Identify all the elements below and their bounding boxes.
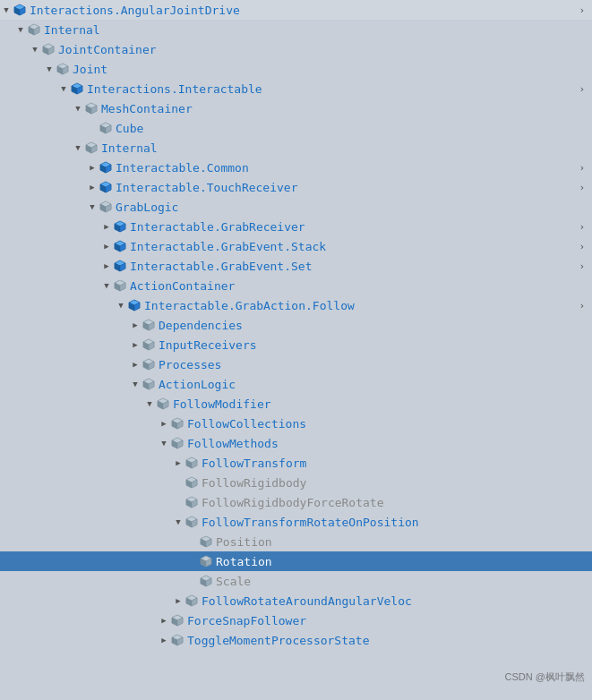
- item-label: Interactions.Interactable: [87, 82, 262, 96]
- tree-item[interactable]: Interactable.GrabReceiver›: [0, 217, 592, 236]
- tree-arrow[interactable]: [57, 82, 70, 95]
- gray-box-icon: [184, 515, 199, 529]
- tree-item[interactable]: Processes: [0, 354, 592, 374]
- tree-arrow[interactable]: [129, 338, 142, 351]
- tree-arrow[interactable]: [0, 4, 13, 16]
- chevron-right-icon: ›: [575, 260, 585, 272]
- tree-arrow[interactable]: [158, 614, 170, 627]
- item-label: FollowRotateAroundAngularVeloc: [202, 594, 412, 608]
- tree-arrow[interactable]: [158, 634, 170, 646]
- tree-item[interactable]: FollowRotateAroundAngularVeloc: [0, 591, 592, 610]
- gray-box-icon: [27, 22, 41, 37]
- item-label: Cube: [116, 122, 143, 135]
- tree-arrow[interactable]: [100, 240, 113, 252]
- tree-item[interactable]: Cube: [0, 118, 592, 138]
- tree-item[interactable]: ToggleMomentProcessorState: [0, 630, 592, 650]
- tree-item[interactable]: Rotation: [0, 551, 592, 571]
- tree-arrow[interactable]: [129, 358, 142, 371]
- tree-item[interactable]: Interactions.Interactable›: [0, 79, 592, 98]
- tree-item[interactable]: Internal: [0, 138, 592, 158]
- tree-item[interactable]: Interactable.TouchReceiver›: [0, 177, 592, 197]
- tree-arrow[interactable]: [158, 417, 170, 430]
- gray-box-icon: [156, 397, 170, 411]
- tree-arrow[interactable]: [158, 437, 170, 449]
- tree-arrow[interactable]: [129, 319, 142, 331]
- tree-item[interactable]: Interactable.GrabEvent.Stack›: [0, 236, 592, 256]
- tree-arrow[interactable]: [100, 279, 113, 292]
- watermark: CSDN @枫叶飘然: [505, 670, 585, 684]
- item-label: GrabLogic: [116, 201, 178, 214]
- tree-item[interactable]: FollowCollections: [0, 414, 592, 433]
- tree-item[interactable]: FollowRigidbodyForceRotate: [0, 492, 592, 512]
- tree-arrow[interactable]: [43, 63, 56, 75]
- tree-item[interactable]: MeshContainer: [0, 98, 592, 118]
- tree-item[interactable]: Internal: [0, 20, 592, 39]
- tree-item[interactable]: Position: [0, 532, 592, 551]
- gray-box-icon: [199, 554, 213, 568]
- gray-box-icon: [99, 121, 113, 135]
- tree-item[interactable]: FollowRigidbody: [0, 473, 592, 492]
- tree-list: Interactions.AngularJointDrive› Internal…: [0, 0, 592, 650]
- tree-arrow[interactable]: [14, 23, 27, 36]
- gray-box-icon: [170, 613, 184, 627]
- item-label: Joint: [73, 63, 107, 76]
- item-label: Interactable.GrabEvent.Set: [130, 260, 313, 273]
- tree-item[interactable]: InputReceivers: [0, 335, 592, 354]
- item-label: Interactable.GrabEvent.Stack: [130, 240, 326, 253]
- tree-arrow[interactable]: [86, 201, 99, 213]
- item-label: JointContainer: [58, 43, 157, 56]
- chevron-right-icon: ›: [575, 182, 585, 193]
- item-label: Processes: [159, 358, 221, 371]
- tree-arrow[interactable]: [129, 378, 142, 390]
- tree-arrow[interactable]: [86, 161, 99, 174]
- tree-item[interactable]: FollowTransformRotateOnPosition: [0, 512, 592, 532]
- tree-arrow[interactable]: [115, 299, 127, 312]
- tree-item[interactable]: ForceSnapFollower: [0, 610, 592, 630]
- tree-item[interactable]: FollowMethods: [0, 433, 592, 453]
- tree-item[interactable]: JointContainer: [0, 39, 592, 59]
- tree-item[interactable]: Interactable.GrabEvent.Set›: [0, 256, 592, 276]
- gray-box-icon: [84, 101, 99, 115]
- cube-blue-icon: [127, 298, 142, 312]
- gray-box-icon: [142, 337, 156, 352]
- tree-item[interactable]: ActionLogic: [0, 374, 592, 394]
- tree-item[interactable]: ActionContainer: [0, 276, 592, 295]
- tree-item[interactable]: Interactable.GrabAction.Follow›: [0, 295, 592, 315]
- item-label: FollowRigidbodyForceRotate: [202, 496, 384, 509]
- cube-blue-icon: [70, 81, 84, 96]
- cube-blue-icon: [99, 180, 113, 194]
- item-label: InputReceivers: [159, 338, 257, 352]
- item-label: Interactable.GrabReceiver: [130, 220, 305, 234]
- gray-box-icon: [184, 456, 199, 470]
- gray-box-icon: [184, 495, 199, 509]
- tree-arrow[interactable]: [72, 141, 84, 154]
- item-label: ActionContainer: [130, 279, 235, 293]
- tree-arrow[interactable]: [172, 594, 184, 607]
- tree-item[interactable]: Joint: [0, 59, 592, 79]
- tree-arrow[interactable]: [29, 43, 41, 55]
- tree-item[interactable]: FollowTransform: [0, 453, 592, 473]
- tree-arrow[interactable]: [86, 181, 99, 193]
- item-label: Position: [216, 535, 272, 549]
- item-label: ForceSnapFollower: [187, 614, 306, 627]
- gray-box-icon: [199, 534, 213, 549]
- tree-arrow[interactable]: [172, 516, 184, 528]
- tree-item[interactable]: GrabLogic: [0, 197, 592, 217]
- gray-box-icon: [56, 62, 70, 76]
- tree-item[interactable]: Dependencies: [0, 315, 592, 335]
- tree-arrow[interactable]: [100, 260, 113, 272]
- tree-arrow[interactable]: [143, 397, 156, 410]
- tree-item[interactable]: Interactable.Common›: [0, 158, 592, 177]
- tree-arrow[interactable]: [72, 102, 84, 115]
- item-label: Internal: [44, 23, 100, 37]
- tree-item[interactable]: Interactions.AngularJointDrive›: [0, 0, 592, 20]
- tree-item[interactable]: FollowModifier: [0, 394, 592, 414]
- tree-arrow[interactable]: [172, 457, 184, 469]
- tree-arrow[interactable]: [100, 220, 113, 233]
- chevron-right-icon: ›: [575, 221, 585, 233]
- tree-item[interactable]: Scale: [0, 571, 592, 591]
- gray-box-icon: [142, 377, 156, 391]
- item-label: Interactable.TouchReceiver: [116, 181, 298, 194]
- gray-box-icon: [184, 593, 199, 608]
- item-label: Interactable.GrabAction.Follow: [144, 299, 355, 312]
